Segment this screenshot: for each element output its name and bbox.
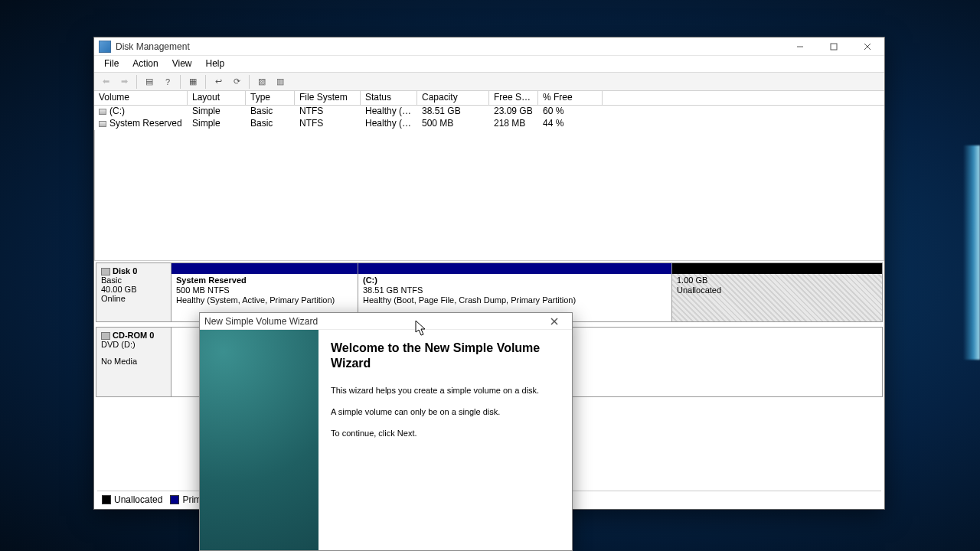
- col-pfree[interactable]: % Free: [538, 91, 603, 105]
- volume-list-header: Volume Layout Type File System Status Ca…: [94, 91, 884, 106]
- menu-action[interactable]: Action: [126, 56, 165, 72]
- disk-info[interactable]: Disk 0 Basic 40.00 GB Online: [96, 263, 172, 321]
- col-fill[interactable]: [603, 91, 884, 105]
- svg-rect-1: [831, 44, 837, 50]
- wizard-paragraph: This wizard helps you create a simple vo…: [331, 385, 560, 396]
- wizard-heading: Welcome to the New Simple Volume Wizard: [331, 341, 560, 371]
- cell: Basic: [246, 106, 295, 118]
- partition-head-primary: [172, 263, 358, 274]
- disk-label: Disk 0: [113, 266, 137, 276]
- cell: 500 MB: [417, 118, 489, 130]
- menu-view[interactable]: View: [165, 56, 199, 72]
- disk-size: 40.00 GB: [101, 285, 166, 294]
- partition-info: 500 MB NTFS: [176, 285, 353, 295]
- view-2-icon[interactable]: ▥: [272, 74, 289, 90]
- disk-label: CD-ROM 0: [113, 331, 154, 340]
- cell: 44 %: [538, 118, 603, 130]
- cdrom-drive: DVD (D:): [101, 340, 166, 349]
- cell: Simple: [188, 118, 246, 130]
- toolbar: ⬅ ➡ ▤ ? ▦ ↩ ⟳ ▧ ▥: [94, 73, 884, 91]
- partition-info: 1.00 GB: [677, 276, 877, 285]
- cell: 38.51 GB: [417, 106, 489, 118]
- partition-head-unallocated: [672, 263, 882, 274]
- volume-icon: [99, 121, 106, 127]
- partition-unallocated[interactable]: 1.00 GB Unallocated: [672, 263, 882, 321]
- view-1-icon[interactable]: ▧: [253, 74, 270, 90]
- partition-title: (C:): [363, 276, 667, 285]
- partition-status: Healthy (System, Active, Primary Partiti…: [176, 295, 353, 305]
- partition-head-primary: [358, 263, 671, 274]
- window-title: Disk Management: [116, 41, 783, 52]
- disk-type: Basic: [101, 276, 166, 285]
- cell: 60 %: [538, 106, 603, 118]
- partition-info: 38.51 GB NTFS: [363, 285, 667, 295]
- wizard-banner: [200, 330, 318, 550]
- menu-help[interactable]: Help: [199, 56, 232, 72]
- disk-state: Online: [101, 294, 166, 303]
- help-icon[interactable]: ?: [159, 74, 176, 90]
- cell: NTFS: [295, 106, 361, 118]
- partition-status: Healthy (Boot, Page File, Crash Dump, Pr…: [363, 295, 667, 305]
- nav-back-icon[interactable]: ⬅: [97, 74, 114, 90]
- wizard-text: Welcome to the New Simple Volume Wizard …: [318, 330, 572, 550]
- wizard-body: Welcome to the New Simple Volume Wizard …: [200, 330, 572, 550]
- cell: Simple: [188, 106, 246, 118]
- refresh-icon[interactable]: ⟳: [228, 74, 245, 90]
- titlebar[interactable]: Disk Management: [94, 37, 884, 56]
- toolbar-separator: [180, 75, 181, 89]
- volume-list: Volume Layout Type File System Status Ca…: [94, 91, 884, 261]
- nav-forward-icon[interactable]: ➡: [116, 74, 132, 90]
- cell: Healthy (B...: [361, 106, 417, 118]
- cdrom-icon: [101, 332, 110, 340]
- wizard-paragraph: To continue, click Next.: [331, 428, 560, 439]
- disk-info[interactable]: CD-ROM 0 DVD (D:) No Media: [96, 328, 172, 396]
- cell: Basic: [246, 118, 295, 130]
- col-free[interactable]: Free Spa...: [489, 91, 538, 105]
- cell-volume-name: System Reserved: [109, 118, 182, 129]
- volume-list-blank[interactable]: [94, 130, 884, 260]
- wizard-close-button[interactable]: [541, 313, 567, 330]
- minimize-button[interactable]: [783, 37, 817, 56]
- wizard-title: New Simple Volume Wizard: [204, 316, 541, 327]
- cell: 218 MB: [489, 118, 538, 130]
- cell: Healthy (S...: [361, 118, 417, 130]
- toolbar-separator: [249, 75, 250, 89]
- close-button[interactable]: [851, 37, 884, 56]
- desktop-edge-glow: [963, 145, 980, 360]
- cell: NTFS: [295, 118, 361, 130]
- col-capacity[interactable]: Capacity: [417, 91, 489, 105]
- legend-unallocated: Unallocated: [102, 494, 162, 505]
- col-type[interactable]: Type: [246, 91, 295, 105]
- wizard-titlebar[interactable]: New Simple Volume Wizard: [200, 313, 572, 330]
- partition-title: System Reserved: [176, 276, 353, 285]
- volume-row[interactable]: (C:) Simple Basic NTFS Healthy (B... 38.…: [94, 106, 884, 118]
- rescan-icon[interactable]: ▦: [185, 74, 201, 90]
- col-status[interactable]: Status: [361, 91, 417, 105]
- cell-volume-name: (C:): [109, 106, 125, 116]
- properties-icon[interactable]: ▤: [141, 74, 158, 90]
- col-layout[interactable]: Layout: [188, 91, 246, 105]
- cell: 23.09 GB: [489, 106, 538, 118]
- action-icon[interactable]: ↩: [210, 74, 227, 90]
- wizard-paragraph: A simple volume can only be on a single …: [331, 406, 560, 417]
- volume-icon: [99, 109, 106, 115]
- col-volume[interactable]: Volume: [94, 91, 188, 105]
- new-simple-volume-wizard: New Simple Volume Wizard Welcome to the …: [199, 312, 573, 551]
- app-icon: [99, 41, 111, 53]
- cdrom-state: No Media: [101, 357, 166, 366]
- menu-file[interactable]: File: [97, 56, 126, 72]
- col-fs[interactable]: File System: [295, 91, 361, 105]
- maximize-button[interactable]: [817, 37, 851, 56]
- partition-status: Unallocated: [677, 285, 877, 295]
- menubar: File Action View Help: [94, 56, 884, 73]
- volume-row[interactable]: System Reserved Simple Basic NTFS Health…: [94, 118, 884, 130]
- disk-icon: [101, 268, 110, 276]
- toolbar-separator: [205, 75, 206, 89]
- toolbar-separator: [136, 75, 137, 89]
